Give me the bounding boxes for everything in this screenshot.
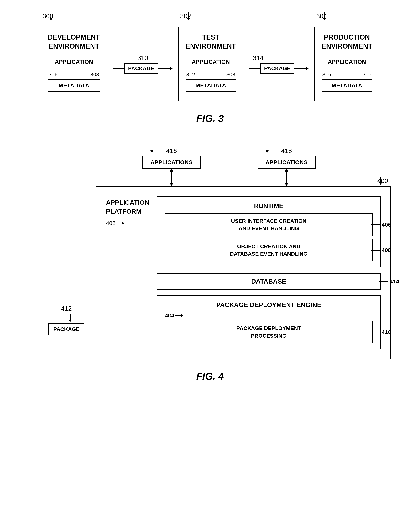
- app1-col: 416 APPLICATIONS: [142, 147, 200, 186]
- deploy-section: PACKAGE DEPLOYMENT ENGINE 404 P: [157, 295, 381, 349]
- dev-env-box: DEVELOPMENTENVIRONMENT APPLICATION 306 3…: [41, 27, 107, 101]
- dev-env-wrapper: 300 DEVELOPMENTENVIRONMENT APPLICATION 3…: [41, 27, 107, 101]
- app1-box: APPLICATIONS: [142, 156, 200, 168]
- obj-creation-box: OBJECT CREATION AND DATABASE EVENT HANDL…: [165, 239, 373, 261]
- platform-box: 400 APPLICATIONPLATFORM 402: [96, 186, 390, 359]
- dev-refs-row: 306 308: [48, 71, 100, 78]
- test-meta-box: METADATA: [186, 79, 236, 92]
- platform-ref: 402: [106, 220, 115, 226]
- test-env-title: TESTENVIRONMENT: [186, 33, 236, 51]
- prod-env-box: PRODUCTIONENVIRONMENT APPLICATION 316 30…: [314, 27, 379, 101]
- pkg-box: PACKAGE: [48, 323, 85, 335]
- fig3-diagram: 300 DEVELOPMENTENVIRONMENT APPLICATION 3…: [15, 27, 405, 124]
- fig4-top-boxes: 416 APPLICATIONS: [77, 147, 381, 186]
- obj-ref: 408: [382, 246, 391, 254]
- prod-app-label: APPLICATION: [328, 59, 366, 65]
- pkg2-arrow-row: PACKAGE: [249, 63, 309, 74]
- dev-app-ref: 308: [90, 71, 99, 78]
- fig3-row: 300 DEVELOPMENTENVIRONMENT APPLICATION 3…: [15, 27, 405, 101]
- fig4-caption: FIG. 4: [15, 371, 405, 382]
- prod-meta-box: METADATA: [322, 79, 372, 92]
- pkg-ref: 412: [61, 305, 72, 312]
- prod-app-ref: 305: [363, 71, 372, 78]
- dev-meta-label: METADATA: [59, 82, 89, 88]
- fig4-layout: 416 APPLICATIONS: [15, 147, 405, 359]
- deploy-ref: 404: [165, 312, 174, 319]
- test-meta-ref: 312: [186, 71, 195, 78]
- test-env-box: TESTENVIRONMENT APPLICATION 312 303 META…: [178, 27, 243, 101]
- pkg1-ref: 310: [137, 54, 148, 62]
- db-ref-label: 414: [379, 278, 399, 285]
- dev-meta-box: METADATA: [48, 79, 100, 92]
- pkg1-arrow-row: PACKAGE: [113, 63, 173, 74]
- pkg1-wrapper: 310 PACKAGE: [113, 54, 173, 74]
- platform-ref-row: 402: [106, 220, 149, 226]
- test-app-label: APPLICATION: [192, 59, 230, 65]
- pkg2-ref: 314: [253, 54, 264, 62]
- deploy-inner-ref-label: 410: [371, 328, 391, 336]
- ui-creation-box: USER INTERFACE CREATION AND EVENT HANDLI…: [165, 213, 373, 236]
- prod-env-wrapper: 304 PRODUCTIONENVIRONMENT APPLICATION 31…: [314, 27, 379, 101]
- pkg1-box: PACKAGE: [124, 63, 158, 74]
- obj-ref-label: 408: [371, 246, 391, 254]
- test-meta-label: METADATA: [195, 82, 226, 88]
- deploy-ref-row: 404: [165, 312, 373, 319]
- ui-ref: 406: [382, 221, 391, 229]
- app2-ref: 418: [281, 147, 292, 154]
- app1-ref: 416: [166, 147, 177, 154]
- pkg2-box: PACKAGE: [261, 63, 294, 74]
- ui-ref-label: 406: [371, 221, 391, 229]
- database-box: DATABASE 414: [157, 273, 381, 290]
- test-refs-row: 312 303: [186, 71, 236, 78]
- test-env-wrapper: 302 TESTENVIRONMENT APPLICATION 312 303: [178, 27, 243, 101]
- prod-refs-row: 316 305: [322, 71, 372, 78]
- deploy-inner-ref: 410: [382, 328, 391, 336]
- prod-meta-ref: 316: [322, 71, 331, 78]
- platform-label: APPLICATIONPLATFORM: [106, 198, 149, 216]
- pkg2-wrapper: 314 PACKAGE: [249, 54, 309, 74]
- db-ref: 414: [390, 278, 399, 285]
- pkg-label: PACKAGE: [53, 326, 80, 332]
- platform-inner-layout: APPLICATIONPLATFORM 402: [106, 196, 381, 349]
- fig3-caption: FIG. 3: [15, 113, 405, 124]
- fig4-main-row: 412 PACKAGE 400: [48, 186, 391, 359]
- app1-arrow-down: [170, 168, 173, 186]
- test-app-box: APPLICATION: [186, 55, 236, 68]
- diagram-container: 300 DEVELOPMENTENVIRONMENT APPLICATION 3…: [15, 27, 405, 382]
- platform-label-col: APPLICATIONPLATFORM 402: [106, 196, 149, 349]
- app2-box: APPLICATIONS: [258, 156, 316, 168]
- prod-env-title: PRODUCTIONENVIRONMENT: [322, 33, 372, 51]
- deploy-inner-label: PACKAGE DEPLOYMENT PROCESSING: [236, 325, 301, 339]
- app2-col: 418 APPLICATIONS: [258, 147, 316, 186]
- dev-env-title: DEVELOPMENTENVIRONMENT: [48, 33, 100, 51]
- app2-label: APPLICATIONS: [266, 159, 308, 165]
- pkg2-label: PACKAGE: [264, 65, 291, 71]
- deploy-label: PACKAGE DEPLOYMENT ENGINE: [165, 301, 373, 309]
- prod-app-box: APPLICATION: [322, 55, 372, 68]
- runtime-label: RUNTIME: [165, 202, 373, 210]
- ui-label: USER INTERFACE CREATION AND EVENT HANDLI…: [231, 218, 306, 231]
- prod-meta-label: METADATA: [332, 82, 362, 88]
- deploy-inner-box: PACKAGE DEPLOYMENT PROCESSING 410: [165, 321, 373, 343]
- app1-label: APPLICATIONS: [150, 159, 192, 165]
- dev-app-box: APPLICATION: [48, 55, 100, 68]
- package-left: 412 PACKAGE: [48, 305, 85, 335]
- obj-label: OBJECT CREATION AND DATABASE EVENT HANDL…: [230, 244, 308, 257]
- platform-right: RUNTIME USER INTERFACE CREATION AND EVEN…: [157, 196, 381, 349]
- dev-meta-ref: 306: [49, 71, 58, 78]
- db-label: DATABASE: [251, 278, 286, 285]
- app2-arrow-down: [285, 168, 288, 186]
- test-app-ref: 303: [226, 71, 235, 78]
- runtime-section: RUNTIME USER INTERFACE CREATION AND EVEN…: [157, 196, 381, 268]
- fig4-diagram: 416 APPLICATIONS: [15, 147, 405, 382]
- pkg1-label: PACKAGE: [128, 65, 154, 71]
- dev-app-label: APPLICATION: [55, 59, 93, 65]
